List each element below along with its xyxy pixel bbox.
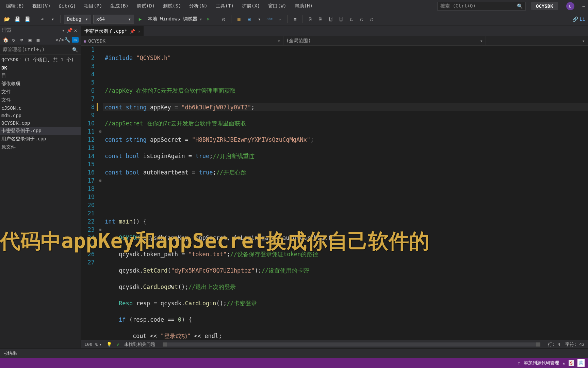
save-icon[interactable]: 💾 bbox=[13, 15, 21, 23]
close-icon[interactable]: ✕ bbox=[72, 28, 79, 33]
redo-icon[interactable]: ▾ bbox=[49, 15, 57, 23]
debugger-label[interactable]: 本地 Windows 调试器 bbox=[148, 16, 197, 22]
properties-icon[interactable]: ▭ bbox=[72, 37, 79, 43]
tree-node[interactable]: 目 bbox=[0, 72, 81, 80]
pin-icon[interactable]: 📌 bbox=[130, 29, 135, 34]
panel-toolbar: 🏠 ↻ ⇄ ▣ ▦ </> 🔧 ▭ bbox=[0, 35, 81, 45]
menu-analyze[interactable]: 分析(N) bbox=[186, 1, 211, 11]
menu-debug[interactable]: 调试(D) bbox=[133, 1, 158, 11]
editor-area: 卡密登录例子.cpp* 📌 ✕ ▣ QCYSDK ▾ (全局范围) ▾ ▾ 12… bbox=[81, 26, 588, 348]
tree-node-qcysdk[interactable]: QCYSDK.cpp bbox=[0, 119, 81, 127]
undo-icon[interactable]: ↶ bbox=[38, 15, 47, 23]
menu-extensions[interactable]: 扩展(X) bbox=[239, 1, 263, 11]
tb-icon-2[interactable]: ▦ bbox=[235, 15, 243, 23]
tree-node-user-login[interactable]: 用户名登录例子.cpp bbox=[0, 135, 81, 143]
tree-node-card-login[interactable]: 卡密登录例子.cpp bbox=[0, 127, 81, 135]
wrench-icon[interactable]: 🔧 bbox=[64, 37, 70, 43]
pin-icon[interactable]: 📌 bbox=[66, 28, 72, 33]
tb-icon-10[interactable]: ⌼ bbox=[327, 15, 335, 23]
tab-card-login[interactable]: 卡密登录例子.cpp* 📌 ✕ bbox=[81, 26, 144, 36]
tree-node-md5[interactable]: md5.cpp bbox=[0, 112, 81, 119]
code-editor[interactable]: 1234 5678 9101112 13141516 17181920 2122… bbox=[81, 46, 588, 340]
play-icon[interactable]: ▶ bbox=[136, 15, 144, 23]
tree-node[interactable]: 原文件 bbox=[0, 143, 81, 151]
line-gutter: 1234 5678 9101112 13141516 17181920 2122… bbox=[81, 46, 98, 340]
ime-lang[interactable]: 英 bbox=[577, 359, 585, 367]
fold-gutter: ⊟ ⊟ ⊟ bbox=[98, 46, 103, 340]
refresh-icon[interactable]: ↻ bbox=[10, 37, 17, 43]
menu-build[interactable]: 生成(B) bbox=[107, 1, 132, 11]
config-dropdown[interactable]: Debug▾ bbox=[64, 15, 91, 24]
tb-icon-8[interactable]: ⎘ bbox=[306, 15, 314, 23]
tb-icon-14[interactable]: ⎌ bbox=[368, 15, 376, 23]
tb-icon-11[interactable]: ⌼ bbox=[337, 15, 345, 23]
show-all-icon[interactable]: ▦ bbox=[35, 37, 42, 43]
window-dash-icon[interactable]: — bbox=[583, 3, 585, 9]
menubar: 编辑(E) 视图(V) Git(G) 项目(P) 生成(B) 调试(D) 测试(… bbox=[0, 0, 588, 12]
menu-view[interactable]: 视图(V) bbox=[29, 1, 54, 11]
h-scrollbar[interactable] bbox=[163, 342, 540, 347]
main-area: 理器 ▾ 📌 ✕ 🏠 ↻ ⇄ ▣ ▦ </> 🔧 ▭ 原管理器(Ctrl+;) … bbox=[0, 26, 588, 348]
arrow-up-icon: ↑ bbox=[518, 361, 521, 366]
tb-icon-12[interactable]: ⎌ bbox=[347, 15, 355, 23]
code-body[interactable]: #include "QCYSDK.h" //appKey 在你的7c云开发后台软… bbox=[103, 46, 588, 340]
ime-badge[interactable]: S bbox=[569, 360, 574, 366]
tree-node[interactable]: 部依赖项 bbox=[0, 80, 81, 88]
scroll-right-icon[interactable] bbox=[536, 342, 540, 347]
menu-edit[interactable]: 编辑(E) bbox=[3, 1, 28, 11]
tb-icon-6[interactable]: ▹ bbox=[276, 15, 284, 23]
project-scope-dropdown[interactable]: ▣ QCYSDK ▾ bbox=[81, 36, 283, 45]
close-icon[interactable]: ✕ bbox=[138, 29, 140, 34]
tb-icon-7[interactable]: ≡ bbox=[291, 15, 299, 23]
solution-name-label: QCYSDK bbox=[531, 2, 558, 10]
tb-icon-4[interactable]: ▾ bbox=[255, 15, 263, 23]
open-icon[interactable]: 📂 bbox=[3, 15, 11, 23]
tb-icon-3[interactable]: ▣ bbox=[245, 15, 253, 23]
issues-label[interactable]: 未找到相关问题 bbox=[124, 341, 155, 348]
search-input[interactable]: 搜索 (Ctrl+Q) 🔍 bbox=[437, 2, 526, 11]
source-control-label[interactable]: 添加到源代码管理 bbox=[524, 360, 559, 366]
platform-dropdown[interactable]: x64▾ bbox=[93, 15, 134, 24]
tb-icon-5[interactable]: abc bbox=[265, 15, 274, 23]
solution-node[interactable]: QCYSDK' (1 个项目, 共 1 个) bbox=[0, 56, 81, 64]
project-icon: ▣ bbox=[84, 39, 86, 43]
start-no-debug-icon[interactable]: ▷ bbox=[204, 15, 212, 23]
explorer-search[interactable]: 原管理器(Ctrl+;) 🔍 bbox=[0, 45, 81, 55]
tb-icon-13[interactable]: ⎌ bbox=[357, 15, 365, 23]
save-all-icon[interactable]: 💾 bbox=[23, 15, 31, 23]
menu-window[interactable]: 窗口(W) bbox=[265, 1, 290, 11]
dropdown-icon[interactable]: ▾ bbox=[60, 28, 66, 33]
col-indicator[interactable]: 字符: 42 bbox=[565, 341, 585, 348]
tree-node[interactable]: DK bbox=[0, 64, 81, 72]
menu-help[interactable]: 帮助(H) bbox=[291, 1, 316, 11]
status-bar: ↑ 添加到源代码管理 ▴ S 英 bbox=[0, 358, 588, 368]
tb-icon-1[interactable]: ◎ bbox=[219, 15, 228, 23]
live-share-button[interactable]: 🔗 Li bbox=[572, 16, 585, 22]
tb-icon-9[interactable]: ⎗ bbox=[316, 15, 325, 23]
solution-tree: QCYSDK' (1 个项目, 共 1 个) DK 目 部依赖项 文件 文件 c… bbox=[0, 55, 81, 153]
menu-tools[interactable]: 工具(T) bbox=[212, 1, 237, 11]
menu-git[interactable]: Git(G) bbox=[55, 1, 80, 11]
global-scope-dropdown[interactable]: (全局范围) ▾ bbox=[283, 36, 486, 45]
suggestions-icon[interactable]: 💡 bbox=[107, 342, 112, 347]
menu-project[interactable]: 项目(P) bbox=[81, 1, 105, 11]
scope-bar: ▣ QCYSDK ▾ (全局范围) ▾ ▾ bbox=[81, 36, 588, 46]
collapse-icon[interactable]: ▣ bbox=[27, 37, 33, 43]
panel-title: 理器 bbox=[2, 27, 60, 33]
code-icon[interactable]: </> bbox=[55, 37, 62, 43]
output-panel-tab[interactable]: 号结果 bbox=[0, 348, 588, 358]
tree-node[interactable]: 文件 bbox=[0, 96, 81, 104]
menu-test[interactable]: 测试(S) bbox=[160, 1, 184, 11]
scroll-left-icon[interactable] bbox=[163, 342, 167, 347]
member-scope-dropdown[interactable]: ▾ bbox=[486, 36, 588, 45]
tree-node-cjson[interactable]: cJSON.c bbox=[0, 104, 81, 112]
tree-node[interactable]: 文件 bbox=[0, 88, 81, 96]
zoom-level[interactable]: 100 %▾ bbox=[84, 342, 102, 347]
sync-icon[interactable]: ⇄ bbox=[18, 37, 25, 43]
search-icon: 🔍 bbox=[72, 47, 78, 52]
solution-explorer: 理器 ▾ 📌 ✕ 🏠 ↻ ⇄ ▣ ▦ </> 🔧 ▭ 原管理器(Ctrl+;) … bbox=[0, 26, 81, 348]
line-indicator[interactable]: 行: 4 bbox=[548, 341, 560, 348]
avatar[interactable]: L bbox=[566, 2, 574, 10]
home-icon[interactable]: 🏠 bbox=[2, 37, 9, 43]
share-icon: 🔗 bbox=[572, 16, 578, 22]
